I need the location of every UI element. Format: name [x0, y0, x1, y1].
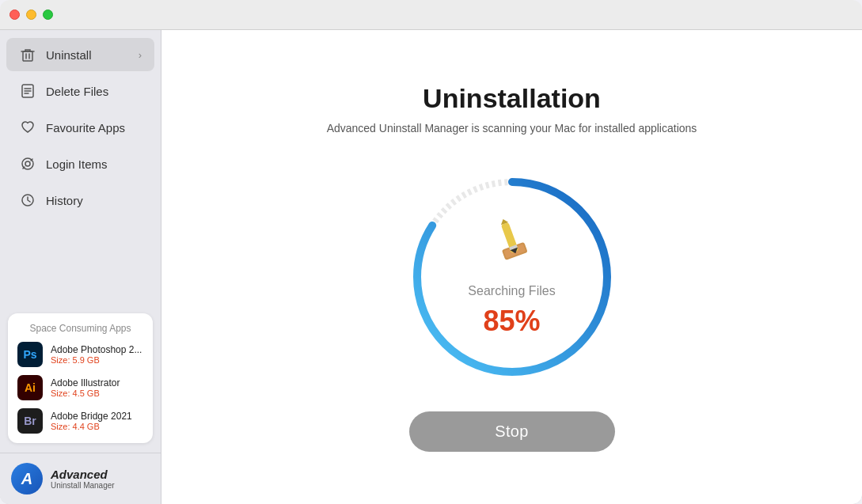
br-size: Size: 4.4 GB — [51, 422, 132, 431]
main-content: Uninstallation Advanced Uninstall Manage… — [161, 30, 862, 504]
maximize-button[interactable] — [43, 9, 53, 20]
svg-rect-0 — [23, 51, 32, 61]
sidebar-item-uninstall[interactable]: Uninstall › — [6, 38, 154, 71]
delete-files-label: Delete Files — [46, 85, 108, 98]
trash-icon — [19, 46, 36, 63]
ai-info: Adobe Illustrator Size: 4.5 GB — [51, 377, 120, 398]
chevron-right-icon: › — [139, 49, 142, 61]
titlebar — [0, 0, 862, 30]
br-icon: Br — [17, 408, 43, 434]
list-item[interactable]: Br Adobe Bridge 2021 Size: 4.4 GB — [17, 408, 143, 434]
ai-name: Adobe Illustrator — [51, 377, 120, 388]
searching-label: Searching Files — [468, 284, 555, 298]
history-label: History — [46, 194, 83, 207]
stop-button[interactable]: Stop — [409, 411, 615, 452]
br-info: Adobe Bridge 2021 Size: 4.4 GB — [51, 411, 132, 431]
uninstall-label: Uninstall — [46, 48, 92, 62]
sidebar-item-delete-files[interactable]: Delete Files — [6, 74, 154, 108]
app-window: Uninstall › Delete Files — [0, 0, 862, 504]
ps-icon: Ps — [17, 342, 43, 367]
percent-label: 85% — [483, 305, 540, 338]
br-name: Adobe Bridge 2021 — [51, 411, 132, 422]
sidebar-item-favourite-apps[interactable]: Favourite Apps — [6, 111, 154, 144]
brand-sub: Uninstall Manager — [51, 481, 115, 490]
space-box-title: Space Consuming Apps — [17, 323, 143, 334]
login-items-label: Login Items — [46, 157, 108, 171]
sidebar-item-history[interactable]: History — [6, 184, 154, 217]
close-button[interactable] — [9, 9, 20, 20]
list-item[interactable]: Ps Adobe Photoshop 2... Size: 5.9 GB — [17, 342, 143, 367]
ai-size: Size: 4.5 GB — [51, 388, 120, 398]
sidebar: Uninstall › Delete Files — [0, 30, 161, 504]
progress-circle: Searching Files 85% — [401, 166, 623, 388]
delete-files-icon — [19, 82, 36, 100]
brand-text: Advanced Uninstall Manager — [51, 468, 115, 490]
sidebar-item-login-items[interactable]: Login Items — [6, 147, 154, 180]
ps-name: Adobe Photoshop 2... — [51, 344, 142, 355]
page-subtitle: Advanced Uninstall Manager is scanning y… — [327, 122, 697, 135]
brand-logo: A — [11, 463, 43, 495]
list-item[interactable]: Ai Adobe Illustrator Size: 4.5 GB — [17, 375, 143, 400]
login-icon — [19, 155, 36, 172]
page-title: Uninstallation — [423, 83, 601, 114]
xcode-icon — [484, 216, 540, 278]
brand-footer: A Advanced Uninstall Manager — [0, 453, 161, 504]
minimize-button[interactable] — [26, 9, 36, 20]
heart-icon — [19, 119, 36, 136]
favourite-apps-label: Favourite Apps — [46, 121, 125, 135]
content-area: Uninstall › Delete Files — [0, 30, 862, 504]
history-icon — [19, 191, 36, 209]
ai-icon: Ai — [17, 375, 43, 400]
space-consuming-apps-box: Space Consuming Apps Ps Adobe Photoshop … — [8, 313, 153, 443]
traffic-lights — [9, 9, 53, 20]
ps-size: Size: 5.9 GB — [51, 355, 142, 365]
progress-inner: Searching Files 85% — [468, 216, 555, 338]
ps-info: Adobe Photoshop 2... Size: 5.9 GB — [51, 344, 142, 365]
brand-name: Advanced — [51, 468, 115, 481]
